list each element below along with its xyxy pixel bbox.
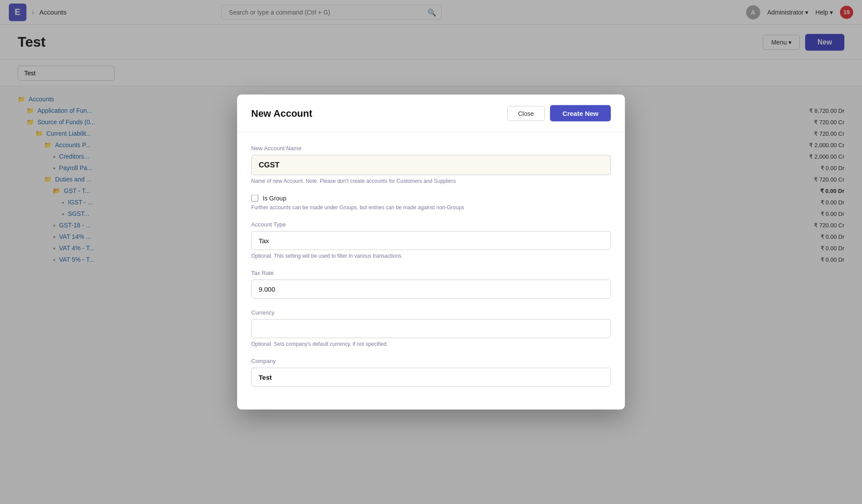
modal-header: New Account Close Create New: [237, 95, 625, 133]
account-name-group: New Account Name Name of new Account. No…: [251, 145, 611, 184]
tax-rate-group: Tax Rate: [251, 270, 611, 299]
account-name-label: New Account Name: [251, 145, 611, 152]
company-value: Test: [251, 368, 611, 387]
create-new-button[interactable]: Create New: [550, 105, 611, 122]
is-group-label[interactable]: Is Group: [263, 195, 286, 202]
account-name-hint: Name of new Account. Note: Please don't …: [251, 178, 611, 184]
modal-title: New Account: [251, 107, 312, 119]
is-group-group: Is Group Further accounts can be made un…: [251, 195, 611, 211]
currency-label: Currency: [251, 309, 611, 316]
close-button[interactable]: Close: [507, 106, 545, 121]
tax-rate-input[interactable]: [251, 280, 611, 299]
account-type-group: Account Type Optional. This setting will…: [251, 221, 611, 259]
modal-header-actions: Close Create New: [507, 105, 611, 122]
company-label: Company: [251, 358, 611, 364]
currency-group: Currency Optional. Sets company's defaul…: [251, 309, 611, 347]
account-type-input[interactable]: [251, 231, 611, 250]
is-group-hint: Further accounts can be made under Group…: [251, 204, 611, 211]
new-account-modal: New Account Close Create New New Account…: [237, 95, 625, 410]
account-type-hint: Optional. This setting will be used to f…: [251, 253, 611, 259]
is-group-row: Is Group: [251, 195, 611, 202]
currency-input[interactable]: [251, 319, 611, 338]
is-group-checkbox[interactable]: [251, 195, 258, 202]
account-type-label: Account Type: [251, 221, 611, 228]
company-group: Company Test: [251, 358, 611, 387]
modal-body: New Account Name Name of new Account. No…: [237, 133, 625, 410]
account-name-input[interactable]: [251, 155, 611, 175]
currency-hint: Optional. Sets company's default currenc…: [251, 341, 611, 347]
tax-rate-label: Tax Rate: [251, 270, 611, 276]
